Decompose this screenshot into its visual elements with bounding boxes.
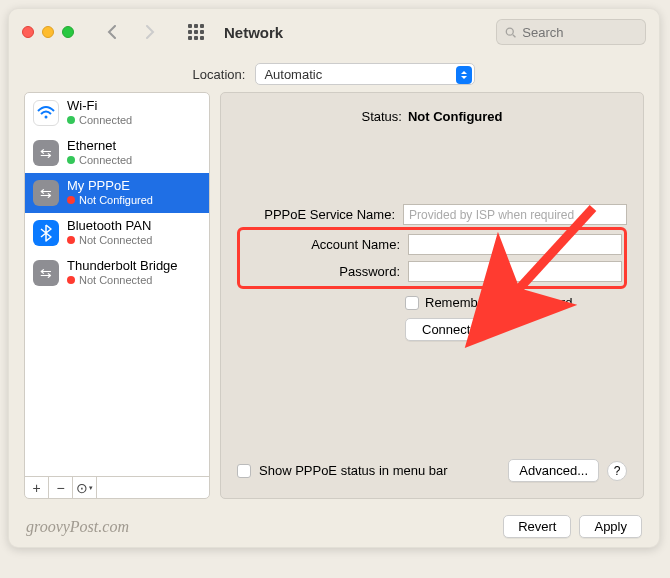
remove-service-button[interactable]: − (49, 477, 73, 498)
location-label: Location: (193, 67, 246, 82)
service-name-label: PPPoE Service Name: (237, 207, 395, 222)
minimize-window-button[interactable] (42, 26, 54, 38)
svg-line-1 (513, 34, 516, 37)
window-title: Network (224, 24, 283, 41)
service-item-thunderbolt[interactable]: ⇆ Thunderbolt BridgeNot Connected (25, 253, 209, 293)
service-item-pppoe[interactable]: ⇆ My PPPoENot Configured (25, 173, 209, 213)
show-status-label: Show PPPoE status in menu bar (259, 463, 448, 478)
window-footer: groovyPost.com Revert Apply (8, 509, 660, 548)
back-button[interactable] (100, 20, 124, 44)
show-status-checkbox[interactable] (237, 464, 251, 478)
forward-button[interactable] (138, 20, 162, 44)
status-dot-icon (67, 156, 75, 164)
sidebar-footer: + − ⊙▾ (25, 476, 209, 498)
prefs-window: Network Location: Automatic Wi-FiConnect… (8, 8, 660, 548)
svg-point-2 (45, 116, 48, 119)
zoom-window-button[interactable] (62, 26, 74, 38)
service-name-input[interactable] (403, 204, 627, 225)
service-item-ethernet[interactable]: ⇆ EthernetConnected (25, 133, 209, 173)
select-arrows-icon (456, 66, 472, 84)
service-name: Ethernet (67, 139, 132, 154)
pppoe-icon: ⇆ (33, 180, 59, 206)
wifi-icon (33, 100, 59, 126)
content-panel: Status: Not Configured PPPoE Service Nam… (220, 92, 644, 499)
service-sidebar: Wi-FiConnected ⇆ EthernetConnected ⇆ My … (24, 92, 210, 499)
titlebar: Network (8, 8, 660, 56)
status-dot-icon (67, 196, 75, 204)
help-button[interactable]: ? (607, 461, 627, 481)
service-item-bluetooth[interactable]: Bluetooth PANNot Connected (25, 213, 209, 253)
location-value: Automatic (256, 67, 330, 82)
close-window-button[interactable] (22, 26, 34, 38)
watermark: groovyPost.com (26, 518, 129, 536)
thunderbolt-icon: ⇆ (33, 260, 59, 286)
remember-password-checkbox[interactable] (405, 296, 419, 310)
apply-button[interactable]: Apply (579, 515, 642, 538)
search-icon (505, 26, 516, 39)
service-name: Wi-Fi (67, 99, 132, 114)
connect-button[interactable]: Connect (405, 318, 487, 341)
password-label: Password: (242, 264, 400, 279)
location-row: Location: Automatic (8, 56, 660, 92)
bluetooth-icon (33, 220, 59, 246)
account-name-input[interactable] (408, 234, 622, 255)
service-item-wifi[interactable]: Wi-FiConnected (25, 93, 209, 133)
status-dot-icon (67, 116, 75, 124)
account-name-label: Account Name: (242, 237, 400, 252)
location-select[interactable]: Automatic (255, 63, 475, 85)
annotation-highlight: Account Name: Password: (237, 227, 627, 289)
status-dot-icon (67, 276, 75, 284)
status-value: Not Configured (408, 109, 503, 124)
search-field[interactable] (496, 19, 646, 45)
revert-button[interactable]: Revert (503, 515, 571, 538)
ethernet-icon: ⇆ (33, 140, 59, 166)
add-service-button[interactable]: + (25, 477, 49, 498)
show-all-icon[interactable] (188, 24, 204, 40)
svg-point-0 (506, 28, 513, 35)
advanced-button[interactable]: Advanced... (508, 459, 599, 482)
status-dot-icon (67, 236, 75, 244)
status-label: Status: (361, 109, 401, 124)
traffic-lights (22, 26, 74, 38)
service-name: My PPPoE (67, 179, 153, 194)
service-options-button[interactable]: ⊙▾ (73, 477, 97, 498)
service-name: Bluetooth PAN (67, 219, 152, 234)
password-input[interactable] (408, 261, 622, 282)
service-list: Wi-FiConnected ⇆ EthernetConnected ⇆ My … (25, 93, 209, 476)
service-name: Thunderbolt Bridge (67, 259, 178, 274)
remember-password-label: Remember this password (425, 295, 572, 310)
search-input[interactable] (522, 25, 637, 40)
